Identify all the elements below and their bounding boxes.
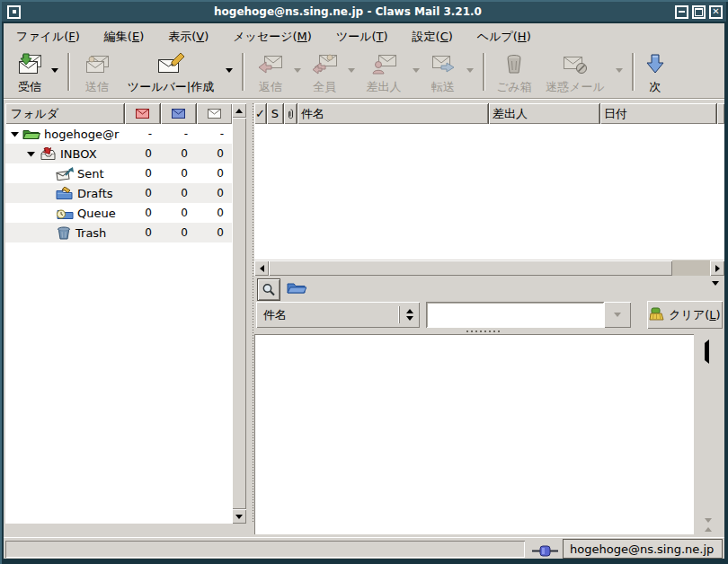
folder-total-count: 0 bbox=[196, 207, 232, 219]
message-list-hscrollbar[interactable] bbox=[254, 260, 724, 276]
folder-row-drafts[interactable]: Drafts 0 0 0 bbox=[5, 183, 232, 203]
menu-file[interactable]: ファイル(F) bbox=[16, 29, 80, 45]
status-message-area bbox=[5, 541, 525, 558]
reply-dropdown-arrow[interactable] bbox=[291, 65, 304, 75]
folder-new-count: 0 bbox=[124, 226, 160, 239]
subject-column-header[interactable]: 件名 bbox=[297, 103, 489, 124]
clear-button[interactable]: クリア(L) bbox=[647, 301, 723, 329]
menu-help[interactable]: ヘルプ(H) bbox=[477, 29, 531, 45]
folder-row-queue[interactable]: Queue 0 0 0 bbox=[5, 203, 232, 223]
folder-row-trash[interactable]: Trash 0 0 0 bbox=[5, 223, 232, 242]
minimize-button[interactable] bbox=[675, 5, 688, 19]
menu-configuration[interactable]: 設定(C) bbox=[413, 29, 453, 45]
toolbar: 受信 送信 bbox=[4, 48, 724, 99]
online-status-button[interactable] bbox=[532, 543, 559, 560]
spam-button[interactable]: 迷惑メール bbox=[537, 48, 613, 95]
folder-new-count: 0 bbox=[124, 187, 160, 199]
maximize-icon bbox=[695, 8, 703, 16]
open-folder-icon bbox=[287, 280, 306, 295]
folder-column-header[interactable]: フォルダ bbox=[5, 103, 125, 124]
folder-tree: hogehoge@r - - - INBOX bbox=[5, 124, 232, 242]
sent-folder-icon bbox=[56, 167, 74, 181]
reply-sender-button[interactable]: 差出人 bbox=[358, 48, 410, 95]
folder-unread-count: 0 bbox=[160, 207, 196, 219]
reply-all-icon bbox=[310, 52, 339, 77]
toolbar-separator bbox=[242, 53, 244, 91]
send-button[interactable]: 送信 bbox=[75, 48, 119, 95]
forward-dropdown-arrow[interactable] bbox=[464, 65, 476, 75]
folder-unread-count: 0 bbox=[160, 187, 196, 199]
spam-dropdown-arrow[interactable] bbox=[613, 65, 626, 75]
account-selector[interactable]: hogehoge@ns.sing.ne.jp bbox=[563, 539, 723, 559]
mark-column-header[interactable]: ✓ bbox=[254, 103, 267, 124]
expander-icon[interactable] bbox=[27, 151, 35, 157]
reply-all-button[interactable]: 全員 bbox=[304, 48, 345, 95]
compose-button[interactable]: ツールバー|作成 bbox=[119, 48, 223, 95]
reply-all-dropdown-arrow[interactable] bbox=[345, 65, 358, 75]
forward-icon bbox=[429, 52, 457, 77]
close-icon: ✕ bbox=[712, 7, 719, 16]
menu-tools[interactable]: ツール(T) bbox=[336, 29, 388, 45]
search-field-selector[interactable]: 件名 bbox=[256, 302, 420, 328]
compose-dropdown-arrow[interactable] bbox=[223, 65, 235, 75]
folder-row-inbox[interactable]: INBOX 0 0 0 bbox=[5, 144, 232, 163]
folder-new-count: - bbox=[124, 128, 160, 140]
scroll-right-button[interactable] bbox=[710, 260, 724, 276]
window-menu-icon bbox=[13, 10, 16, 13]
total-count-column-header[interactable] bbox=[197, 103, 232, 124]
next-unread-icon bbox=[646, 52, 664, 77]
account-name: hogehoge@ns.sing.ne.jp bbox=[570, 542, 714, 556]
reply-sender-dropdown-arrow[interactable] bbox=[410, 65, 422, 75]
close-button[interactable]: ✕ bbox=[709, 5, 723, 19]
online-plug-icon bbox=[532, 545, 559, 557]
scrollbar-thumb[interactable] bbox=[269, 260, 672, 276]
date-column-header[interactable]: 日付 bbox=[600, 103, 717, 124]
message-list[interactable] bbox=[254, 124, 724, 260]
scroll-up-button[interactable] bbox=[232, 103, 246, 118]
message-view[interactable] bbox=[254, 334, 694, 534]
folder-name: INBOX bbox=[60, 147, 97, 161]
trash-button[interactable]: ごみ箱 bbox=[491, 48, 537, 95]
scrollbar-thumb[interactable] bbox=[232, 118, 246, 509]
folder-name: Trash bbox=[75, 226, 106, 240]
folder-name: Queue bbox=[77, 207, 116, 220]
window-menu-button[interactable] bbox=[7, 5, 21, 19]
receive-dropdown-arrow[interactable] bbox=[49, 65, 61, 75]
folder-pane-scrollbar[interactable] bbox=[232, 103, 246, 524]
folder-row-account[interactable]: hogehoge@r - - - bbox=[5, 124, 232, 144]
scroll-down-button[interactable] bbox=[232, 509, 246, 524]
new-count-column-header[interactable] bbox=[125, 103, 161, 124]
forward-button[interactable]: 転送 bbox=[422, 48, 464, 95]
compose-icon bbox=[155, 52, 186, 77]
titlebar: hogehoge@ns.sing.ne.jp - Claws Mail 3.21… bbox=[2, 2, 726, 22]
maximize-button[interactable] bbox=[692, 5, 706, 19]
receive-button[interactable]: 受信 bbox=[11, 48, 49, 95]
next-button[interactable]: 次 bbox=[640, 48, 670, 95]
status-column-header[interactable]: S bbox=[267, 103, 284, 124]
quicksearch-input[interactable] bbox=[426, 302, 604, 328]
from-column-header[interactable]: 差出人 bbox=[489, 103, 600, 124]
scroll-left-button[interactable] bbox=[254, 260, 269, 276]
frame-accent-left bbox=[0, 0, 2, 564]
receive-icon bbox=[16, 52, 43, 77]
unread-count-column-header[interactable] bbox=[161, 103, 197, 124]
attachment-column-header[interactable] bbox=[284, 103, 297, 124]
folder-total-count: 0 bbox=[196, 187, 232, 199]
horizontal-pane-splitter[interactable] bbox=[466, 330, 500, 332]
quicksearch-toggle-button[interactable] bbox=[257, 278, 280, 301]
toolbar-separator bbox=[483, 53, 484, 91]
menu-view[interactable]: 表示(V) bbox=[168, 29, 209, 45]
mimeview-collapse-arrow[interactable] bbox=[705, 343, 709, 360]
search-history-dropdown[interactable] bbox=[604, 302, 631, 328]
reply-button[interactable]: 返信 bbox=[250, 48, 291, 95]
folder-name: Drafts bbox=[77, 187, 113, 200]
folder-row-sent[interactable]: Sent 0 0 0 bbox=[5, 163, 232, 183]
queue-folder-icon bbox=[56, 207, 74, 220]
menu-message[interactable]: メッセージ(M) bbox=[233, 29, 312, 45]
menu-edit[interactable]: 編集(E) bbox=[104, 29, 144, 45]
expander-icon[interactable] bbox=[11, 131, 19, 137]
folder-total-count: 0 bbox=[196, 167, 232, 180]
folder-new-count: 0 bbox=[124, 207, 160, 219]
quicksearch-bar: 件名 クリア(L) bbox=[254, 301, 724, 330]
folder-select-button[interactable] bbox=[287, 280, 306, 298]
